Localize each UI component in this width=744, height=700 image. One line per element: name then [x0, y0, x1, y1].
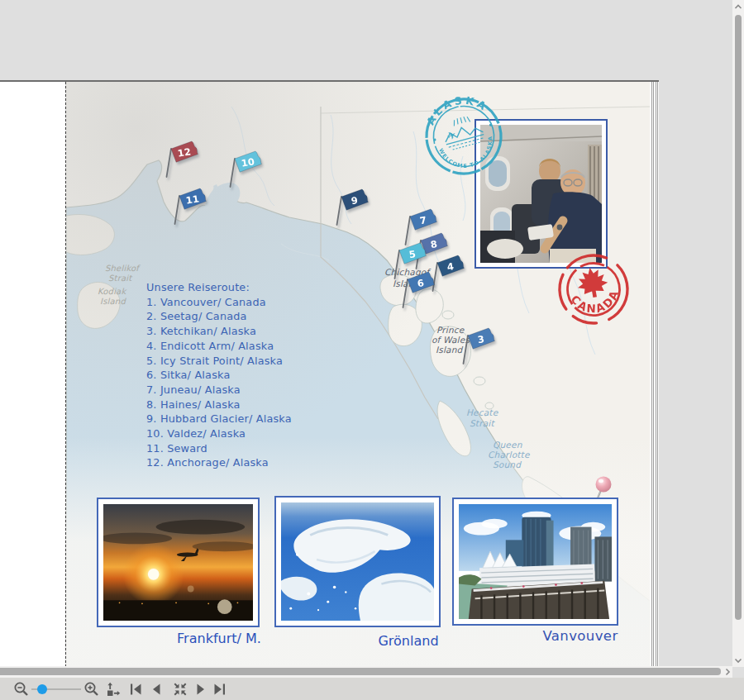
route-item: 3. Ketchikan/ Alaska [146, 324, 292, 339]
left-spread-area [0, 82, 65, 667]
map-label: Queen [493, 440, 522, 450]
vertical-scrollbar[interactable] [732, 0, 744, 667]
scroll-right-icon[interactable] [723, 667, 732, 677]
bleed-dashed-line [65, 82, 66, 667]
route-item: 2. Seetag/ Canada [146, 309, 292, 324]
top-strip [0, 0, 744, 80]
map-label: Charlotte [488, 450, 530, 460]
route-item: 4. Endicott Arm/ Alaska [146, 339, 292, 354]
vancouver-scene [459, 504, 612, 619]
photo-frankfurt-sunset[interactable] [97, 498, 260, 627]
route-item: 5. Icy Strait Point/ Alaska [146, 354, 292, 369]
zoom-slider-handle[interactable] [37, 684, 47, 694]
map-flag-6[interactable]: 6 [396, 271, 436, 311]
alaska-stamp-top-text: ALASKA [419, 91, 493, 130]
caption-frankfurt: Frankfurt/ M. [153, 631, 285, 646]
photo-vancouver-waterfront[interactable] [452, 498, 618, 626]
svg-text:ALASKA: ALASKA [419, 91, 493, 130]
fit-screen-icon[interactable] [172, 681, 188, 698]
scroll-down-icon[interactable] [733, 655, 743, 665]
zoom-slider[interactable] [31, 688, 81, 690]
route-item: 11. Seward [146, 441, 292, 456]
map-label: Island [100, 297, 126, 306]
first-page-icon[interactable] [127, 681, 144, 698]
photobook-page[interactable]: ShelikofStraitKodiakIslandChichagofIslan… [66, 82, 650, 667]
map-flag-12[interactable]: 12 [160, 140, 199, 180]
route-list-items: 1. Vancouver/ Canada2. Seetag/ Canada3. … [146, 295, 292, 470]
map-flag-3[interactable]: 3 [456, 327, 496, 367]
alaska-stamp: ALASKA WELCOME TO ALASKA ✈ [418, 91, 509, 182]
route-item: 7. Juneau/ Alaska [146, 383, 292, 398]
bottom-toolbar: Seite 1 [0, 678, 744, 700]
map-label: Kodiak [98, 287, 126, 296]
caption-groenland: Grönland [342, 633, 475, 649]
scroll-up-icon[interactable] [733, 2, 743, 12]
photobook-editor-window: { "route": { "title": "Unsere Reiseroute… [0, 0, 744, 700]
route-item: 9. Hubbard Glacier/ Alaska [146, 412, 292, 426]
next-page-icon[interactable] [193, 681, 209, 698]
fit-page-icon[interactable] [105, 681, 122, 698]
map-label: Strait [470, 418, 494, 428]
photo-greenland-aerial[interactable] [274, 496, 441, 627]
horizontal-scrollbar-thumb[interactable] [0, 668, 721, 675]
sunset-airplane-scene [103, 504, 253, 621]
map-flag-10[interactable]: 10 [223, 150, 263, 190]
map-label: Strait [108, 274, 131, 283]
route-list-title: Unsere Reiseroute: [146, 280, 292, 295]
page-stack-edge [650, 82, 659, 667]
map-label: Sound [493, 460, 521, 469]
vertical-scrollbar-thumb[interactable] [735, 15, 742, 620]
route-list: Unsere Reiseroute: 1. Vancouver/ Canada2… [146, 280, 292, 470]
route-item: 6. Sitka/ Alaska [146, 368, 292, 383]
greenland-ice-scene [281, 502, 434, 621]
svg-text:11: 11 [185, 193, 200, 206]
canada-stamp: CANADA [552, 248, 635, 331]
caption-vancouver: Vanvouver [514, 628, 646, 644]
route-item: 10. Valdez/ Alaska [146, 426, 292, 441]
route-item: 12. Anchorage/ Alaska [146, 455, 292, 470]
zoom-in-icon[interactable] [83, 681, 100, 698]
horizontal-scrollbar[interactable] [0, 666, 732, 678]
map-label: Shelikof [105, 264, 139, 273]
route-item: 1. Vancouver/ Canada [146, 295, 292, 310]
map-flag-11[interactable]: 11 [168, 188, 207, 227]
svg-text:12: 12 [177, 145, 192, 159]
svg-text:10: 10 [241, 155, 255, 169]
previous-page-icon[interactable] [148, 681, 165, 698]
last-page-icon[interactable] [212, 681, 228, 698]
map-flag-9[interactable]: 9 [330, 188, 370, 228]
zoom-out-icon[interactable] [13, 681, 30, 698]
map-label: Hecate [466, 407, 498, 417]
route-item: 8. Haines/ Alaska [146, 398, 292, 412]
